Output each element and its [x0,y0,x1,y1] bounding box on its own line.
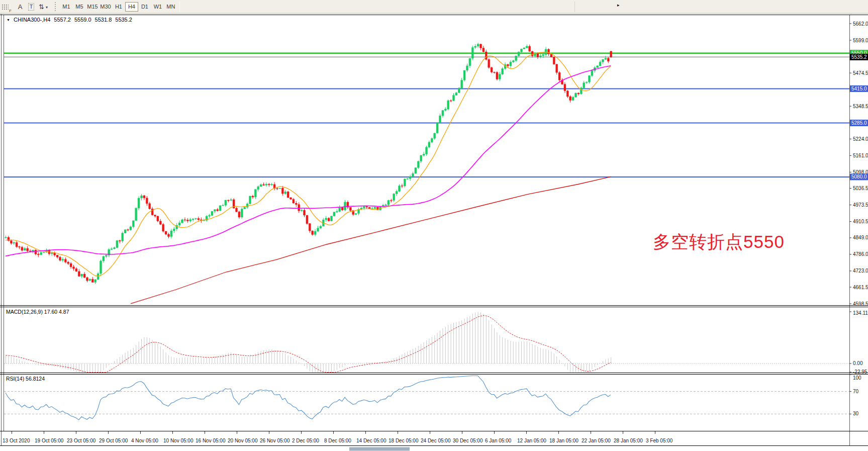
ma-slow-line [131,176,611,304]
toolbar-overflow-icon[interactable]: ▸ [617,3,620,8]
time-axis-label: 13 Oct 2020 [3,438,30,443]
price-tick-label: 4849.0 [853,235,868,240]
time-axis-label: 2 Dec 05:00 [292,438,319,443]
timeframe-button-m30[interactable]: M30 [99,2,112,12]
price-badge-label: 5080.0 [851,174,867,179]
cursor-tool-button[interactable]: ⇅ ▾ [37,2,49,12]
toolbar: F A T ⇅ ▾ M1M5M15M30H1H4D1W1MN [0,0,868,14]
ma-fast-line [6,52,611,277]
pivot-annotation-text: 多空转折点5550 [653,230,785,254]
price-tick-label: 4598.5 [853,301,868,307]
time-axis-label: 24 Dec 05:00 [421,438,451,443]
time-axis-label: 3 Feb 05:00 [646,438,673,443]
price-tick-label: 5474.5 [853,70,868,76]
timeframe-button-w1[interactable]: W1 [151,2,164,12]
price-tick-label: 4786.0 [853,251,868,257]
time-axis-label: 30 Dec 05:00 [453,438,483,443]
time-axis-label: 16 Nov 05:00 [196,438,226,443]
text-label-icon: T [28,3,35,11]
price-tick-label: 4723.0 [853,268,868,274]
symbol-dropdown-icon[interactable]: ▼ [7,18,10,22]
timeframe-button-m1[interactable]: M1 [60,2,73,12]
horizontal-scrollbar-thumb[interactable] [349,447,410,451]
price-tick-label: 5224.0 [853,136,868,142]
price-tick-label: 5599.0 [853,38,868,43]
price-badge-label: 5285.0 [851,120,867,126]
price-tick-label: 5348.5 [853,104,868,109]
timeframe-button-m15[interactable]: M15 [86,2,99,12]
toolbar-separator [179,2,180,12]
time-axis-label: 23 Oct 05:00 [67,438,96,443]
grid-letter: F [9,9,12,13]
toolbar-separator-2 [574,2,575,12]
time-axis-label: 29 Oct 05:00 [99,438,128,443]
time-axis-label: 6 Jan 05:00 [485,438,512,443]
price-tick-label: 5161.0 [853,153,868,158]
timeframe-button-mn[interactable]: MN [164,2,177,12]
time-axis-label: 12 Jan 05:00 [517,438,546,443]
time-axis-label: 18 Jan 05:00 [549,438,578,443]
chart-plot-area[interactable]: 5662.05599.05474.55348.55224.05161.05098… [0,0,868,451]
docking-grid-icon[interactable]: F [2,4,9,11]
chevron-down-icon: ▾ [46,4,48,10]
time-axis-label: 26 Nov 05:00 [260,438,290,443]
time-axis-label: 8 Dec 05:00 [324,438,351,443]
price-tick-label: 4910.5 [853,219,868,224]
ohlc-open: 5557.2 [54,17,71,23]
text-label-button[interactable]: T [26,2,36,12]
toolbar-gripper[interactable] [55,2,57,11]
price-tick-label: 5036.5 [853,186,868,191]
candles-up [5,44,607,283]
ohlc-high: 5559.0 [74,17,91,23]
timeframe-button-d1[interactable]: D1 [138,2,151,12]
macd-axis-label: -22.95 [853,369,867,375]
rsi-axis-label: 70 [853,389,859,394]
time-axis-label: 14 Dec 05:00 [356,438,387,443]
time-axis-label: 4 Nov 05:00 [131,438,158,443]
chart-header: ▼ CHINA300-,H4 5557.2 5559.0 5531.8 5535… [7,17,132,23]
timeframe-button-m5[interactable]: M5 [73,2,86,12]
price-tick-label: 4661.5 [853,285,868,290]
time-axis-label: 19 Oct 05:00 [35,438,64,443]
symbol-title: CHINA300-,H4 [14,17,50,23]
candles-up-wicks [6,43,606,284]
rsi-line [6,376,611,420]
price-badge-label: 5535.2 [851,54,867,60]
timeframe-toolbar: M1M5M15M30H1H4D1W1MN [60,2,177,12]
macd-histogram [6,312,611,373]
timeframe-button-h4[interactable]: H4 [125,2,138,12]
candles-down [8,44,612,283]
macd-indicator-label: MACD(12,26,9) 17.60 4.87 [6,309,69,315]
price-badge-label: 5415.0 [851,86,867,92]
candles-down-wicks [9,44,611,283]
rsi-axis-label: 100 [853,375,861,381]
macd-axis-label: 134.11 [853,310,868,316]
time-axis-label: 22 Jan 05:00 [582,438,611,443]
timeframe-button-h1[interactable]: H1 [112,2,125,12]
ma-mid-line [6,66,611,256]
macd-signal-line [6,316,611,373]
time-axis-label: 20 Nov 05:00 [228,438,258,443]
price-tick-label: 5662.0 [853,21,868,27]
text-annotation-button[interactable]: A [15,2,25,12]
time-axis-label: 10 Nov 05:00 [163,438,194,443]
time-axis-label: 28 Jan 05:00 [614,438,643,443]
price-tick-label: 4973.5 [853,202,868,208]
ohlc-low: 5531.8 [95,17,112,23]
ohlc-close: 5535.2 [115,17,132,23]
macd-axis-label: 0.00 [853,360,863,366]
arrows-icon: ⇅ [39,3,44,11]
rsi-axis-label: 30 [853,411,859,416]
rsi-indicator-label: RSI(14) 56.8124 [6,376,45,382]
time-axis-label: 18 Dec 05:00 [389,438,419,443]
